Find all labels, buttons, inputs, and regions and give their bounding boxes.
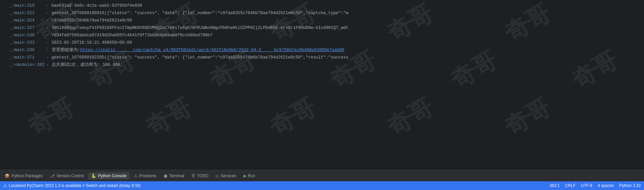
line-content: geetest_1676888180916({"status": "succes…	[52, 10, 348, 16]
status-right: 362:1 CRLF UTF-8 4 spaces Python 3.10	[550, 183, 641, 188]
line-dash: -	[46, 17, 49, 24]
terminal-button[interactable]: ▣ Terminal	[160, 172, 187, 180]
console-lines: _:main:319 - bae631a6-3e8c-4c1e-aab2-92f…	[0, 2, 644, 69]
run-icon: ▶	[244, 174, 247, 178]
console-line: _:main:371 - geetest_1676888182205({"sta…	[9, 54, 641, 61]
line-dash: -	[46, 10, 49, 16]
python-console-button[interactable]: 🐍 Python Console	[88, 172, 130, 180]
status-indent[interactable]: 4 spaces	[598, 183, 614, 188]
problems-label: Problems	[139, 174, 156, 178]
line-content: 39Gl86BQgpTxeuyf4iPX01G6FFoc27mpAK8V6OEV…	[52, 25, 348, 31]
console-line: _:main:324 - c97da0355c7646b78ae794d2621…	[9, 17, 641, 24]
python-packages-button[interactable]: 📦 Python Packages	[1, 172, 46, 180]
console-line: _:main:321 - geetest_1676888180916({"sta…	[9, 9, 641, 17]
todo-button[interactable]: ☰ TODO	[188, 172, 212, 180]
console-line: _:<module>:382 - 总共测试1次，成功率为: 100.00%	[9, 61, 641, 69]
todo-icon: ☰	[192, 174, 195, 178]
line-dash: -	[46, 62, 49, 68]
status-warning: ⚠ Localized PyCharm 2022.1.3 is availabl…	[3, 183, 547, 188]
line-prefix: _:main:330	[9, 32, 46, 39]
line-prefix: _:main:324	[9, 17, 46, 24]
terminal-icon: ▣	[164, 174, 167, 178]
problems-icon: ⚠	[134, 174, 138, 178]
line-dash: -	[46, 32, 49, 39]
line-content: 7634fe07566abdca97d19d26a085fc4641f9f73b…	[52, 32, 213, 39]
url-prefix-text: 背景图链接为:	[52, 48, 80, 52]
line-prefix: _:main:371	[9, 54, 46, 61]
services-icon: ▷	[216, 174, 219, 178]
status-bar: ⚠ Localized PyCharm 2022.1.3 is availabl…	[0, 181, 644, 190]
line-dash: -	[46, 39, 49, 46]
line-content: c97da0355c7646b78ae794d2621e0c50	[52, 17, 132, 24]
run-label: Run	[248, 174, 255, 178]
python-packages-label: Python Packages	[11, 174, 43, 178]
url-link[interactable]: https://static com/captcha_v4/993f682ed1…	[80, 48, 344, 52]
console-line: _:main:333 - 2023-02-20T18:16:21.498658+…	[9, 39, 641, 46]
line-content: 总共测试1次，成功率为: 100.00%	[52, 62, 120, 68]
line-prefix: _:main:336	[9, 47, 46, 53]
line-content-url-mixed: 背景图链接为:https://static com/captcha_v4/993…	[52, 47, 344, 53]
python-packages-icon: 📦	[5, 174, 10, 178]
line-dash: -	[46, 25, 49, 31]
todo-label: TODO	[197, 174, 208, 178]
line-prefix: _:main:319	[9, 2, 46, 9]
python-console-icon: 🐍	[91, 174, 96, 178]
line-content: 2023-02-20T18:16:21.498658+08:00	[52, 39, 132, 46]
line-dash: -	[46, 2, 49, 9]
version-control-icon: ⎇	[50, 174, 55, 178]
console-line: _:main:336 - 背景图链接为:https://static com/c…	[9, 46, 641, 54]
status-python-version[interactable]: Python 3.10	[619, 183, 641, 188]
console-area: _:main:319 - bae631a6-3e8c-4c1e-aab2-92f…	[0, 0, 644, 163]
line-prefix: _:main:327	[9, 25, 46, 31]
console-line: _:main:330 - 7634fe07566abdca97d19d26a08…	[9, 32, 641, 39]
line-content: geetest_1676888182205({"status": "succes…	[52, 54, 348, 61]
line-dash: -	[46, 54, 49, 61]
warning-icon: ⚠	[3, 183, 7, 188]
services-label: Services	[221, 174, 236, 178]
line-prefix: _:main:333	[9, 39, 46, 46]
bottom-toolbar: 📦 Python Packages ⎇ Version Control 🐍 Py…	[0, 170, 644, 181]
services-button[interactable]: ▷ Services	[213, 172, 239, 180]
line-dash: -	[46, 47, 49, 53]
console-line: _:main:327 - 39Gl86BQgpTxeuyf4iPX01G6FFo…	[9, 24, 641, 32]
line-prefix: _:main:321	[9, 10, 46, 16]
python-console-label: Python Console	[98, 174, 126, 178]
status-position[interactable]: 362:1	[550, 183, 560, 188]
problems-button[interactable]: ⚠ Problems	[130, 172, 160, 180]
run-button[interactable]: ▶ Run	[240, 172, 259, 180]
line-content: bae631a6-3e8c-4c1e-aab2-92f95bf4e930	[52, 2, 142, 9]
status-encoding[interactable]: UTF-8	[581, 183, 592, 188]
line-prefix: _:<module>:382	[9, 62, 46, 68]
terminal-label: Terminal	[169, 174, 184, 178]
console-line: _:main:319 - bae631a6-3e8c-4c1e-aab2-92f…	[9, 2, 641, 9]
status-line-ending[interactable]: CRLF	[565, 183, 576, 188]
status-warning-text: Localized PyCharm 2022.1.3 is available …	[9, 183, 141, 188]
version-control-button[interactable]: ⎇ Version Control	[47, 172, 87, 180]
version-control-label: Version Control	[56, 174, 84, 178]
